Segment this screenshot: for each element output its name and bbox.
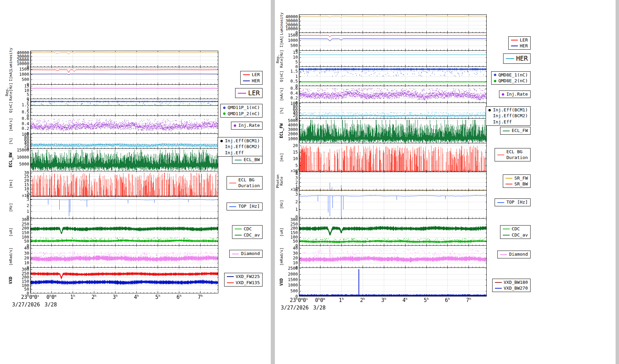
legend-wrap: VXD_BW180VXD_BW270 <box>487 275 531 289</box>
subplot-left-inj-rate: [mA/s]0.60.40.20Inj.Rate <box>0 116 271 134</box>
legend-line-swatch <box>229 183 236 183</box>
axis-label: Rate[Hz] <box>280 50 284 68</box>
axis-label-area: [ms] <box>275 143 284 172</box>
legend-area: Diamond <box>218 245 271 268</box>
y-axis-ticks: 50004000300020001000 <box>284 118 299 143</box>
legend-label: VXD_BW180 <box>504 280 528 285</box>
legend-beam-current: LERHER <box>240 71 263 85</box>
axis-scale-label: x106 <box>22 193 30 198</box>
legend-entry: Diamond <box>500 252 528 257</box>
right-inj-rate-plot <box>299 86 487 103</box>
y-axis-ticks: 400003000020000100000 <box>13 51 30 67</box>
top-spacer <box>275 0 616 14</box>
legend-dot-marker <box>234 124 236 127</box>
axis-label: [mA/s] <box>9 118 13 132</box>
legend-label: TOP [Hz] <box>238 204 260 209</box>
legend-label: ECL_FW <box>512 128 528 133</box>
axis-label: [uA] <box>280 228 284 237</box>
legend-entry: ECL BG Duration <box>497 149 528 160</box>
legend-label: HER <box>520 43 528 49</box>
legend-wrap: HER <box>487 53 531 64</box>
legend-area: VXD_BW180VXD_BW270 <box>487 267 616 296</box>
subplot-left-cdc: [uA]300250200150100500CDCCDC_av <box>0 218 271 246</box>
y-axis-ticks: 300250200150100500 <box>284 218 299 246</box>
y-tick-label: 10 <box>293 260 298 265</box>
axis-label: Luminosity <box>280 12 284 35</box>
legend-charge: QMD8E_1(nC)QMD8E_2(nC) <box>491 71 531 85</box>
left-top-rate-plot <box>30 196 218 219</box>
axis-label: I[mA] <box>9 70 13 81</box>
y-tick-label: 0.4 <box>290 91 298 96</box>
y-tick-label: 500 <box>290 43 298 48</box>
legend-label: CDC_av <box>512 232 528 238</box>
legend-entry: QMD11P_1(nC) <box>223 105 260 110</box>
legend-area: Inj.Rate <box>487 86 616 103</box>
subplot-left-top-rate: [Hz]x1063210TOP [Hz] <box>0 196 271 219</box>
axis-label: Rate <box>280 177 284 186</box>
left-inj-rate-plot <box>30 116 218 134</box>
legend-line-swatch <box>227 276 234 277</box>
axis-label-area: ECL_FW <box>275 118 284 143</box>
legend-line-swatch <box>227 282 234 283</box>
left-inj-eff-plot <box>30 133 218 149</box>
y-tick-label: 10 <box>293 55 298 60</box>
legend-top-rate: TOP [Hz] <box>495 198 531 206</box>
axis-label: [uA] <box>9 228 13 237</box>
legend-wrap: LERHER <box>487 35 531 49</box>
subplot-left-luminosity: Luminosity400003000020000100000 <box>0 51 271 67</box>
legend-area: TOP [Hz] <box>218 196 271 219</box>
legend-label: Inj.Eff(BCM1) <box>493 107 528 113</box>
axis-label-area: ECL_BW <box>0 148 13 171</box>
axis-label: [Hz] <box>280 200 284 209</box>
legend-wrap: Inj.Eff(BCM1)Inj.Eff(BCM2)Inj.Eff <box>487 101 531 120</box>
legend-label: QMD11P_1(nC) <box>228 105 260 110</box>
y-tick-label: 0.2 <box>22 126 29 131</box>
legend-area: ECL_FW <box>487 118 616 143</box>
y-axis-ticks: 403020100 <box>13 245 30 268</box>
y-axis-ticks: 300250200150100500 <box>13 218 30 246</box>
legend-cdc: CDCCDC_av <box>232 225 263 239</box>
legend-wrap: ECL_FW <box>487 127 531 134</box>
legend-top-rate: TOP [Hz] <box>227 203 263 210</box>
legend-label: LER <box>248 89 260 97</box>
legend-dot-marker <box>502 93 504 96</box>
axis-label-area: [mA/s] <box>275 86 284 103</box>
subplot-left-rep-rate: Rep.Rate[Hz]151050LER <box>0 84 271 99</box>
axis-label: [mRad/s] <box>9 247 13 266</box>
axis-label: [%] <box>9 138 13 145</box>
legend-area: SR_FWSR_BW <box>487 172 616 191</box>
y-tick-label: 5000 <box>288 118 298 123</box>
legend-ecl-bw: ECL_BW <box>232 156 263 163</box>
legend-label: TOP [Hz] <box>506 199 528 205</box>
legend-entry: VXD_FW135 <box>227 280 260 286</box>
left-diamond-plot <box>30 245 218 268</box>
x-tick-label: 7h <box>198 294 203 300</box>
axis-label-area: Luminosity <box>0 51 13 67</box>
x-axis-labels: 23h0m0s0h0m1h2h3h4h5h6h7h <box>275 296 616 305</box>
legend-area: LERHER <box>218 67 271 85</box>
axis-label-area: [%] <box>0 133 13 149</box>
x-tick-label: 4h <box>134 294 139 300</box>
legend-entry: ECL_BW <box>235 157 260 162</box>
y-tick-label: 40 <box>24 246 29 251</box>
legend-entry: HER <box>511 43 528 49</box>
legend-label: QMD8E_2(nC) <box>498 78 528 84</box>
y-tick-label: 30 <box>293 251 298 256</box>
legend-label: Inj.Rate <box>238 123 260 128</box>
y-axis-ticks: 300250200150100500 <box>13 267 30 293</box>
subplot-right-ecl-bg: [ms]20151050ECL BG Duration <box>275 143 616 172</box>
legend-area: TOP [Hz] <box>487 190 616 219</box>
subplot-right-charge: Q[nC]1.510.50QMD8E_1(nC)QMD8E_2(nC) <box>275 66 616 86</box>
y-tick-label: 2000 <box>288 132 298 136</box>
y-tick-label: 2500 <box>288 266 298 271</box>
legend-wrap: TOP [Hz] <box>487 201 531 208</box>
legend-entry: LER <box>511 37 528 43</box>
legend-label: CDC_av <box>244 232 260 238</box>
subplot-right-top-rate: [Hz]x1063210TOP [Hz] <box>275 190 616 219</box>
legend-entry: Inj.Eff(BCM1) <box>488 107 528 113</box>
y-axis-ticks: 21.510.50 <box>13 99 30 116</box>
legend-line-swatch <box>503 229 510 229</box>
legend-area: QMD8E_1(nC)QMD8E_2(nC) <box>487 66 616 86</box>
axis-label-area: [%] <box>275 102 284 119</box>
top-spacer <box>0 0 271 51</box>
